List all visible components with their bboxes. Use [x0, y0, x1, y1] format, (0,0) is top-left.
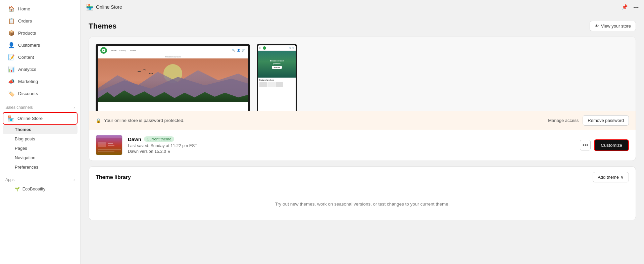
preferences-label: Preferences	[15, 165, 38, 170]
sidebar-item-analytics[interactable]: 📊 Analytics	[3, 63, 78, 75]
theme-thumbnail	[96, 135, 122, 155]
add-theme-button[interactable]: Add theme ∨	[593, 172, 629, 182]
home-icon: 🏠	[8, 6, 15, 12]
theme-name: Dawn	[128, 136, 141, 142]
analytics-icon: 📊	[8, 66, 15, 73]
sidebar-item-products[interactable]: 📦 Products	[3, 27, 78, 39]
sidebar-item-marketing[interactable]: 📣 Marketing	[3, 76, 78, 87]
theme-preview-images: HomeCatalogContact 🔍👤🛒 Welcome to our st…	[89, 37, 636, 111]
sidebar-item-online-store-label: Online Store	[17, 116, 43, 121]
customize-button[interactable]: Customize	[594, 139, 629, 151]
svg-rect-5	[98, 142, 106, 147]
svg-rect-8	[98, 149, 121, 150]
apps-label: Apps	[5, 177, 14, 182]
content-icon: 📝	[8, 54, 15, 60]
themes-sub-item-label: Themes	[15, 127, 31, 132]
themes-header: Themes 👁 View your store	[89, 21, 636, 31]
sidebar-item-preferences[interactable]: Preferences	[3, 163, 78, 172]
theme-actions: ••• Customize	[580, 139, 629, 151]
ellipsis-icon: •••	[583, 142, 588, 148]
add-theme-chevron-icon: ∨	[621, 175, 624, 180]
page-title: Themes	[89, 22, 116, 31]
theme-more-options-button[interactable]: •••	[580, 140, 591, 150]
desktop-mockup: HomeCatalogContact 🔍👤🛒 Welcome to our st…	[96, 44, 250, 111]
svg-rect-7	[108, 145, 114, 146]
password-banner-actions: Manage access Remove password	[548, 115, 629, 126]
pin-icon[interactable]: 📌	[622, 4, 628, 10]
sidebar-item-products-label: Products	[18, 31, 36, 36]
password-message: Your online store is password protected.	[104, 118, 185, 123]
sidebar-item-orders-label: Orders	[18, 18, 32, 24]
sidebar-item-content[interactable]: 📝 Content	[3, 51, 78, 63]
theme-thumbnail-svg	[96, 135, 122, 155]
sidebar-item-ecoboostify[interactable]: 🌱 EcoBoostify	[3, 184, 78, 193]
mobile-mockup: ≡ 🔍 🛒 Browse our latest products Shop no…	[257, 44, 297, 111]
sidebar-item-customers-label: Customers	[18, 43, 40, 48]
navigation-label: Navigation	[15, 155, 35, 160]
sidebar-item-customers[interactable]: 👤 Customers	[3, 39, 78, 51]
sidebar-item-home-label: Home	[18, 6, 30, 11]
sidebar-item-content-label: Content	[18, 55, 34, 60]
theme-saved-time: Last saved: Sunday at 11:22 pm EST	[128, 143, 575, 148]
orders-icon: 📋	[8, 18, 15, 24]
theme-library-empty: Try out new themes, work on seasonal ver…	[89, 188, 636, 220]
theme-library-title: Theme library	[96, 174, 131, 180]
add-theme-label: Add theme	[598, 175, 619, 180]
password-banner: 🔒 Your online store is password protecte…	[89, 111, 636, 130]
sidebar-item-online-store[interactable]: 🏪 Online Store	[3, 112, 78, 125]
theme-preview-card: HomeCatalogContact 🔍👤🛒 Welcome to our st…	[89, 37, 636, 161]
sidebar-item-navigation[interactable]: Navigation	[3, 153, 78, 162]
svg-rect-9	[98, 151, 114, 152]
current-theme-row: Dawn Current theme Last saved: Sunday at…	[89, 130, 636, 161]
products-icon: 📦	[8, 30, 15, 36]
pages-label: Pages	[15, 146, 27, 151]
sidebar-item-orders[interactable]: 📋 Orders	[3, 15, 78, 27]
theme-name-row: Dawn Current theme	[128, 136, 575, 142]
sidebar-item-themes[interactable]: Themes	[3, 125, 78, 134]
theme-library-card: Theme library Add theme ∨ Try out new th…	[89, 166, 636, 220]
apps-section: Apps ›	[0, 172, 80, 184]
sidebar-item-marketing-label: Marketing	[18, 79, 38, 84]
topbar-title: Online Store	[96, 4, 122, 10]
sales-channels-section: Sales channels ›	[0, 100, 80, 112]
mock-logo-svg	[102, 48, 106, 52]
sidebar-item-analytics-label: Analytics	[18, 67, 36, 72]
topbar: 🏪 Online Store 📌 •••	[81, 0, 644, 14]
view-store-label: View your store	[601, 24, 631, 29]
customers-icon: 👤	[8, 42, 15, 48]
theme-library-header: Theme library Add theme ∨	[89, 167, 636, 188]
online-store-icon: 🏪	[7, 115, 14, 122]
sidebar-item-blog-posts[interactable]: Blog posts	[3, 134, 78, 143]
sidebar-item-pages[interactable]: Pages	[3, 144, 78, 153]
eye-icon: 👁	[595, 24, 599, 29]
version-chevron-icon: ∨	[167, 149, 171, 154]
remove-password-button[interactable]: Remove password	[583, 115, 629, 126]
sidebar-item-discounts-label: Discounts	[18, 91, 38, 96]
theme-info: Dawn Current theme Last saved: Sunday at…	[128, 136, 575, 154]
lock-icon: 🔒	[96, 118, 101, 123]
sidebar: 🏠 Home 📋 Orders 📦 Products 👤 Customers 📝…	[0, 0, 81, 264]
sales-channels-label: Sales channels	[5, 105, 33, 110]
apps-chevron[interactable]: ›	[73, 178, 75, 182]
main-content-area: 🏪 Online Store 📌 ••• Themes 👁 View your …	[81, 0, 644, 264]
online-store-topbar-icon: 🏪	[86, 3, 93, 11]
password-banner-text: 🔒 Your online store is password protecte…	[96, 118, 548, 123]
more-menu-icon[interactable]: •••	[633, 4, 639, 10]
theme-version[interactable]: Dawn version 15.2.0 ∨	[128, 149, 575, 154]
sidebar-item-home[interactable]: 🏠 Home	[3, 3, 78, 15]
sales-channels-chevron[interactable]: ›	[73, 105, 75, 109]
current-theme-badge: Current theme	[144, 136, 174, 142]
view-store-button[interactable]: 👁 View your store	[590, 21, 636, 31]
svg-rect-4	[96, 135, 122, 138]
theme-library-empty-message: Try out new themes, work on seasonal ver…	[275, 202, 449, 207]
svg-rect-6	[108, 143, 113, 144]
theme-version-text: Dawn version 15.2.0	[128, 149, 166, 154]
ecoboostify-label: EcoBoostify	[22, 186, 46, 191]
page-content: Themes 👁 View your store	[81, 14, 644, 264]
landscape-svg	[98, 58, 248, 102]
sidebar-item-discounts[interactable]: 🏷️ Discounts	[3, 88, 78, 99]
manage-access-link[interactable]: Manage access	[548, 118, 579, 123]
discounts-icon: 🏷️	[8, 90, 15, 97]
marketing-icon: 📣	[8, 78, 15, 85]
blog-posts-label: Blog posts	[15, 136, 35, 141]
